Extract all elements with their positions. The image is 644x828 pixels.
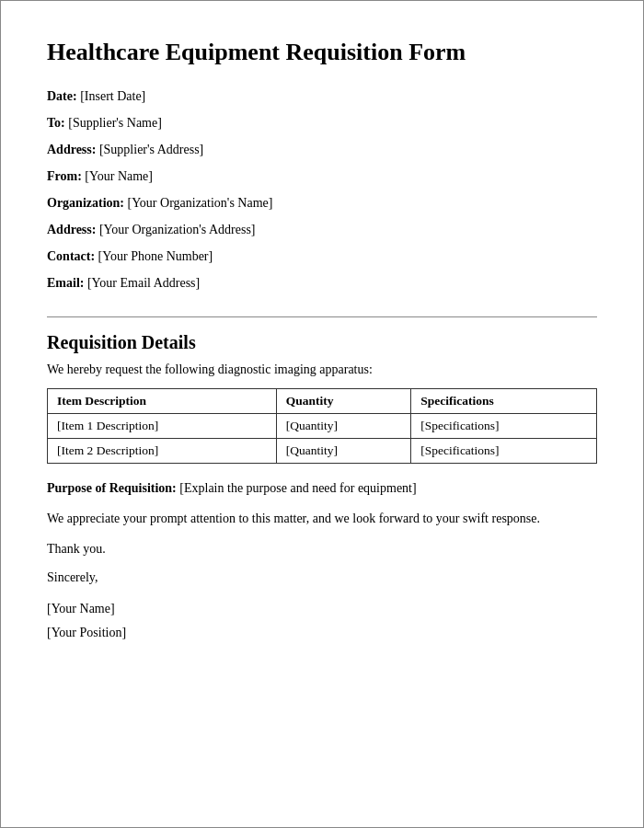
col-header-quantity: Quantity	[276, 389, 410, 414]
email-field: Email: [Your Email Address]	[47, 273, 597, 293]
from-value: [Your Name]	[85, 169, 153, 183]
table-row: [Item 1 Description][Quantity][Specifica…	[48, 414, 597, 439]
date-field: Date: [Insert Date]	[47, 86, 597, 106]
address-org-field: Address: [Your Organization's Address]	[47, 220, 597, 239]
purpose-label: Purpose of Requisition:	[47, 481, 177, 495]
signature-name: [Your Name]	[47, 602, 597, 616]
contact-field: Contact: [Your Phone Number]	[47, 247, 597, 266]
organization-value: [Your Organization's Name]	[128, 196, 273, 210]
table-cell-1-2: [Specifications]	[411, 439, 597, 464]
table-cell-0-0: [Item 1 Description]	[48, 414, 277, 439]
purpose-value: [Explain the purpose and need for equipm…	[179, 481, 416, 495]
from-label: From:	[47, 169, 82, 183]
address-org-value: [Your Organization's Address]	[99, 223, 256, 236]
address-org-label: Address:	[47, 223, 96, 236]
table-cell-0-1: [Quantity]	[276, 414, 410, 439]
to-value: [Supplier's Name]	[68, 116, 162, 130]
sincerely-text: Sincerely,	[47, 568, 597, 587]
col-header-specifications: Specifications	[411, 389, 597, 414]
table-row: [Item 2 Description][Quantity][Specifica…	[48, 439, 597, 464]
organization-label: Organization:	[47, 196, 124, 210]
appreciation-text: We appreciate your prompt attention to t…	[47, 509, 597, 528]
table-header-row: Item Description Quantity Specifications	[48, 389, 597, 414]
address-supplier-value: [Supplier's Address]	[99, 143, 203, 156]
contact-value: [Your Phone Number]	[98, 249, 213, 263]
contact-label: Contact:	[47, 249, 95, 263]
address-supplier-label: Address:	[47, 143, 96, 156]
form-title: Healthcare Equipment Requisition Form	[47, 38, 597, 66]
table-cell-0-2: [Specifications]	[411, 414, 597, 439]
thank-you-text: Thank you.	[47, 539, 597, 558]
form-page: Healthcare Equipment Requisition Form Da…	[0, 0, 644, 828]
date-value: [Insert Date]	[80, 89, 145, 103]
to-label: To:	[47, 116, 65, 130]
table-cell-1-0: [Item 2 Description]	[48, 439, 277, 464]
col-header-item-description: Item Description	[48, 389, 277, 414]
from-field: From: [Your Name]	[47, 167, 597, 186]
section-divider	[47, 316, 597, 317]
organization-field: Organization: [Your Organization's Name]	[47, 193, 597, 213]
table-cell-1-1: [Quantity]	[276, 439, 410, 464]
requisition-intro: We hereby request the following diagnost…	[47, 362, 597, 377]
to-field: To: [Supplier's Name]	[47, 113, 597, 132]
requisition-table: Item Description Quantity Specifications…	[47, 388, 597, 464]
email-label: Email:	[47, 276, 84, 290]
requisition-section-title: Requisition Details	[47, 332, 597, 353]
purpose-field: Purpose of Requisition: [Explain the pur…	[47, 478, 597, 498]
address-supplier-field: Address: [Supplier's Address]	[47, 140, 597, 159]
date-label: Date:	[47, 89, 77, 103]
signature-position: [Your Position]	[47, 626, 597, 640]
email-value: [Your Email Address]	[87, 276, 200, 290]
